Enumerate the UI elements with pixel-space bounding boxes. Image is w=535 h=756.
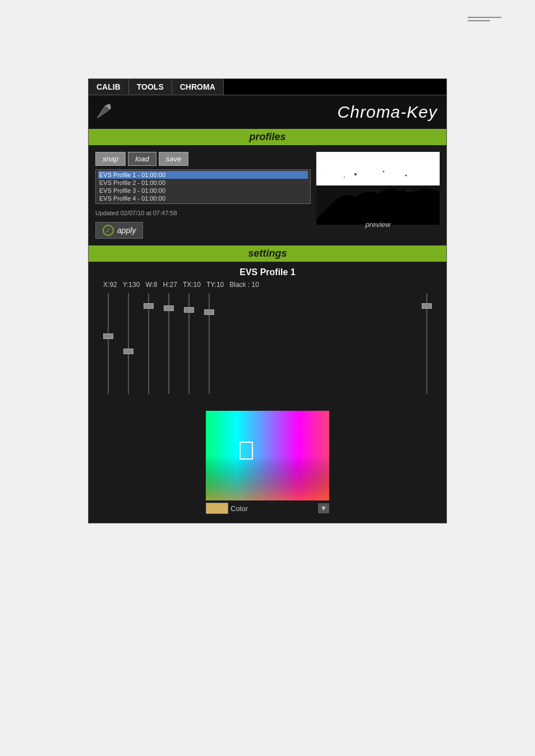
param-ty: TY:10	[206, 281, 224, 289]
svg-point-4	[370, 192, 375, 203]
profile-item-4[interactable]: EVS Profile 4 - 01:00:00	[98, 194, 308, 202]
svg-point-11	[344, 177, 345, 178]
preview-container: preview	[316, 152, 440, 225]
svg-point-3	[358, 193, 364, 206]
color-dropdown-row: Color ▼	[206, 503, 329, 514]
params-row: X:92 Y:130 W:8 H:27 TX:10 TY:10 Black : …	[98, 281, 437, 289]
svg-point-9	[383, 171, 385, 173]
color-dropdown-arrow[interactable]: ▼	[318, 503, 329, 513]
profiles-right: preview	[316, 152, 440, 239]
tab-chroma[interactable]: CHROMA	[172, 79, 224, 95]
btn-row: snap load save	[95, 152, 311, 166]
settings-area: EVS Profile 1 X:92 Y:130 W:8 H:27 TX:10 …	[89, 262, 446, 523]
ty-slider[interactable]	[204, 293, 214, 394]
snap-button[interactable]: snap	[95, 152, 126, 166]
profiles-label: profiles	[249, 131, 285, 142]
profiles-section-bar: profiles	[89, 129, 446, 145]
profile-item-1[interactable]: EVS Profile 1 - 01:00:00	[98, 171, 308, 179]
profile-list: EVS Profile 1 - 01:00:00 EVS Profile 2 -…	[95, 169, 311, 204]
param-w: W:8	[145, 281, 157, 289]
apply-label: apply	[117, 226, 136, 235]
tab-bar: CALIB TOOLS CHROMA	[89, 79, 446, 95]
color-gradient-box[interactable]	[206, 411, 329, 500]
x-slider[interactable]	[103, 293, 113, 394]
current-profile-name: EVS Profile 1	[98, 267, 437, 277]
tab-tools[interactable]: TOOLS	[129, 79, 172, 95]
param-black: Black : 10	[229, 281, 259, 289]
header-title: Chroma-Key	[338, 103, 437, 122]
param-h: H:27	[163, 281, 177, 289]
load-button[interactable]: load	[128, 152, 156, 166]
color-swatch	[206, 503, 228, 514]
profile-item-2[interactable]: EVS Profile 2 - 01:00:00	[98, 179, 308, 187]
param-tx: TX:10	[183, 281, 201, 289]
profiles-left: snap load save EVS Profile 1 - 01:00:00 …	[95, 152, 311, 239]
svg-point-5	[386, 189, 392, 204]
header-area: Chroma-Key	[89, 95, 446, 129]
color-label: Color	[230, 504, 316, 513]
black-slider[interactable]	[422, 293, 432, 394]
profile-item-3[interactable]: EVS Profile 3 - 01:00:00	[98, 187, 308, 194]
main-panel: CALIB TOOLS CHROMA Chroma-Key profiles	[88, 78, 447, 523]
param-y: Y:130	[123, 281, 140, 289]
sliders-container	[98, 293, 437, 405]
w-slider[interactable]	[144, 293, 154, 394]
param-x: X:92	[103, 281, 117, 289]
color-selector[interactable]	[239, 442, 253, 460]
apply-button[interactable]: ✓ apply	[95, 222, 143, 239]
svg-rect-7	[316, 152, 440, 184]
page-wrapper: CALIB TOOLS CHROMA Chroma-Key profiles	[0, 0, 535, 756]
update-text: Updated 02/07/10 at 07:47:58	[95, 210, 311, 216]
check-icon: ✓	[103, 225, 114, 236]
pen-icon	[94, 103, 117, 122]
settings-section-bar: settings	[89, 245, 446, 262]
settings-label: settings	[248, 248, 287, 259]
svg-point-10	[405, 175, 407, 177]
tab-calib[interactable]: CALIB	[89, 79, 129, 95]
preview-label: preview	[316, 219, 440, 230]
svg-point-8	[354, 173, 357, 175]
y-slider[interactable]	[123, 293, 133, 394]
preview-canvas	[316, 152, 440, 219]
svg-point-6	[401, 189, 405, 202]
deco-lines	[468, 17, 501, 21]
profiles-area: snap load save EVS Profile 1 - 01:00:00 …	[89, 145, 446, 245]
h-slider[interactable]	[164, 293, 174, 394]
save-button[interactable]: save	[159, 152, 188, 166]
tx-slider[interactable]	[184, 293, 194, 394]
color-picker-area: Color ▼	[189, 411, 346, 514]
